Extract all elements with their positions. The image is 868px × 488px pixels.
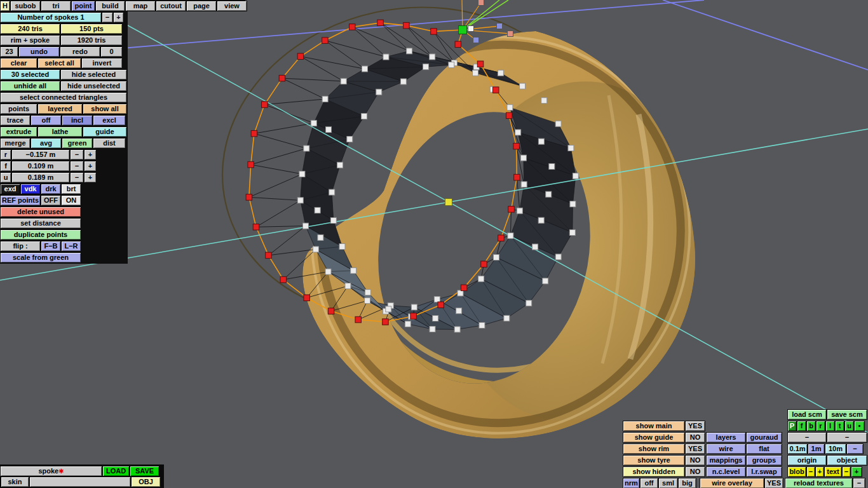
cell-wire[interactable]: wire: [707, 444, 745, 454]
selected-point[interactable]: [438, 302, 444, 308]
mesh-point[interactable]: [538, 217, 544, 223]
mesh-point[interactable]: [329, 189, 335, 195]
spokes-plus[interactable]: +: [114, 13, 123, 22]
selected-point[interactable]: [514, 174, 520, 180]
cell-l-r[interactable]: L−R: [62, 241, 81, 251]
cell-points[interactable]: points: [1, 104, 37, 114]
r-value[interactable]: −0.157 m: [12, 150, 69, 159]
selected-point[interactable]: [246, 194, 252, 201]
selected-point[interactable]: [355, 316, 362, 323]
mesh-point[interactable]: [304, 146, 309, 151]
view-f[interactable]: f: [797, 421, 806, 431]
selected-point[interactable]: [455, 41, 461, 48]
cell-u[interactable]: u: [1, 173, 11, 182]
origin-point[interactable]: [445, 199, 452, 206]
cell-build[interactable]: build: [96, 1, 125, 11]
mesh-point[interactable]: [532, 244, 538, 250]
show-guide-toggle[interactable]: NO: [686, 433, 705, 442]
mesh-point[interactable]: [339, 243, 345, 249]
cell-layers[interactable]: layers: [707, 433, 745, 442]
selected-point[interactable]: [506, 112, 512, 119]
cell-map[interactable]: map: [126, 1, 155, 11]
mesh-point[interactable]: [362, 66, 367, 72]
cell-show-main[interactable]: show main: [623, 421, 684, 431]
cell-1m[interactable]: 1m: [808, 444, 824, 454]
selected-point[interactable]: [410, 313, 417, 320]
cell-view[interactable]: view: [217, 1, 247, 11]
mesh-point[interactable]: [546, 191, 552, 197]
selected-point[interactable]: [493, 87, 499, 93]
mesh-point[interactable]: [494, 255, 499, 261]
mesh-point[interactable]: [405, 321, 410, 327]
selected-point[interactable]: [266, 252, 272, 259]
cell-text[interactable]: text: [825, 467, 841, 477]
mesh-point[interactable]: [515, 130, 521, 135]
cell-30-selected[interactable]: 30 selected: [1, 70, 60, 79]
mesh-point[interactable]: [568, 146, 574, 151]
cell-select-connected-triangles[interactable]: select connected triangles: [1, 93, 126, 102]
cell-green[interactable]: green: [62, 139, 92, 148]
mesh-point[interactable]: [507, 105, 513, 111]
mesh-point[interactable]: [456, 308, 462, 314]
cell-10m[interactable]: 10m: [825, 444, 846, 454]
selected-point[interactable]: [508, 207, 515, 213]
mini-point[interactable]: [468, 26, 474, 32]
mesh-point[interactable]: [454, 327, 460, 332]
cell-incl[interactable]: incl: [62, 116, 92, 125]
cell-duplicate-points[interactable]: duplicate points: [1, 230, 81, 240]
mesh-point[interactable]: [376, 89, 382, 95]
cell-trace[interactable]: trace: [1, 116, 30, 125]
save-button[interactable]: SAVE: [130, 466, 159, 476]
cell-240-tris[interactable]: 240 tris: [1, 24, 60, 34]
cell-extrude[interactable]: extrude: [1, 127, 37, 137]
cell-f-b[interactable]: F−B: [41, 241, 60, 251]
mesh-point[interactable]: [362, 113, 367, 119]
axis-handle-point[interactable]: [478, 0, 484, 6]
view-b[interactable]: b: [807, 421, 815, 431]
cell-guide[interactable]: guide: [83, 127, 126, 137]
mesh-point[interactable]: [538, 139, 544, 144]
show-hidden-toggle[interactable]: NO: [686, 467, 705, 477]
mesh-point[interactable]: [365, 290, 370, 295]
cell-subob[interactable]: subob: [11, 1, 40, 11]
cell-sml[interactable]: sml: [659, 478, 677, 488]
selected-point[interactable]: [248, 161, 254, 167]
cell-lathe[interactable]: lathe: [38, 127, 82, 137]
cell-object[interactable]: object: [827, 456, 867, 465]
u-value[interactable]: 0.189 m: [12, 173, 69, 182]
view-p[interactable]: P: [788, 421, 796, 431]
selected-point[interactable]: [279, 75, 285, 81]
mesh-point[interactable]: [479, 323, 485, 329]
cell-layered[interactable]: layered: [38, 104, 82, 114]
selected-point[interactable]: [377, 20, 384, 26]
cell-wire-overlay[interactable]: wire overlay: [700, 478, 764, 488]
mesh-point[interactable]: [573, 173, 578, 179]
selected-point[interactable]: [297, 53, 304, 60]
mesh-point[interactable]: [433, 316, 438, 322]
show-tyre-toggle[interactable]: NO: [686, 456, 705, 465]
mesh-point[interactable]: [543, 278, 548, 284]
cell-f[interactable]: f: [1, 161, 11, 171]
cell-show-rim[interactable]: show rim: [623, 444, 684, 454]
cell-1920-tris[interactable]: 1920 tris: [61, 36, 122, 45]
mesh-point[interactable]: [458, 290, 463, 296]
mesh-point[interactable]: [341, 78, 346, 84]
mesh-point[interactable]: [347, 137, 353, 142]
selected-point[interactable]: [322, 37, 329, 44]
skin-name-field[interactable]: [30, 477, 130, 487]
spokes-minus[interactable]: −: [102, 13, 112, 22]
cell-off[interactable]: off: [641, 478, 658, 488]
cell-0[interactable]: 0: [101, 47, 122, 57]
cell-vdk[interactable]: vdk: [21, 184, 40, 194]
cell-[interactable]: −: [843, 467, 850, 477]
selected-point[interactable]: [349, 24, 356, 30]
cell-flip[interactable]: flip :: [1, 241, 40, 251]
mesh-point[interactable]: [526, 301, 532, 306]
cell-drk[interactable]: drk: [41, 184, 60, 194]
cell-on[interactable]: ON: [62, 196, 81, 205]
cell-[interactable]: −: [847, 444, 863, 454]
cell-r[interactable]: r: [1, 150, 11, 159]
mesh-point[interactable]: [449, 62, 454, 68]
green-anchor-point[interactable]: [459, 26, 467, 34]
selected-point[interactable]: [304, 295, 310, 301]
